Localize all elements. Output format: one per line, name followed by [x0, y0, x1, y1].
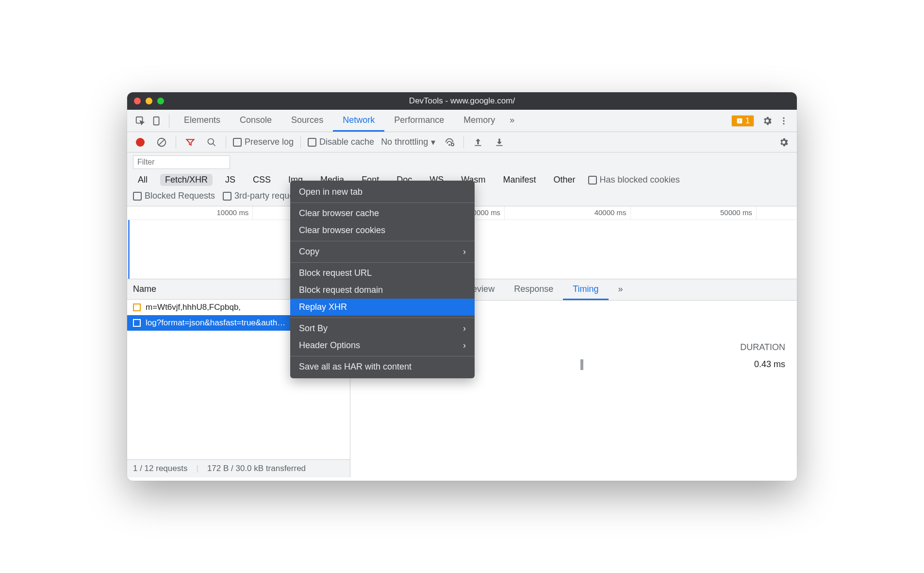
- timeline-tick: 10000 ms: [127, 206, 253, 219]
- filter-type-fetchxhr[interactable]: Fetch/XHR: [160, 174, 213, 186]
- chevron-right-icon: ›: [463, 323, 466, 334]
- clear-icon[interactable]: [154, 135, 169, 150]
- tab-network[interactable]: Network: [333, 110, 384, 132]
- has-blocked-cookies-checkbox[interactable]: Has blocked cookies: [588, 175, 680, 185]
- timeline-tick: 50000 ms: [631, 206, 757, 219]
- network-conditions-icon[interactable]: [442, 135, 457, 150]
- svg-rect-1: [154, 117, 159, 125]
- svg-rect-14: [496, 145, 503, 146]
- detail-tab-overflow[interactable]: »: [609, 279, 633, 300]
- chevron-down-icon: ▾: [431, 137, 435, 148]
- duration-label: DURATION: [740, 342, 785, 353]
- tab-performance[interactable]: Performance: [384, 110, 454, 132]
- devtools-window: DevTools - www.google.com/ Elements Cons…: [127, 92, 797, 481]
- menu-divider: [290, 262, 475, 263]
- filter-type-css[interactable]: CSS: [248, 174, 276, 186]
- svg-point-5: [783, 120, 784, 121]
- device-toggle-icon[interactable]: [149, 114, 164, 128]
- search-icon[interactable]: [204, 135, 219, 150]
- window-title: DevTools - www.google.com/: [127, 96, 797, 106]
- upload-icon[interactable]: [471, 135, 485, 150]
- timeline-tick: 40000 ms: [505, 206, 630, 219]
- request-count: 1 / 12 requests: [133, 464, 187, 473]
- queueing-bar: [580, 359, 583, 370]
- issues-badge[interactable]: ! 1: [731, 115, 754, 127]
- close-button[interactable]: [134, 98, 141, 104]
- throttling-dropdown[interactable]: No throttling ▾: [381, 137, 435, 148]
- xhr-icon: [133, 319, 141, 327]
- menu-item[interactable]: Copy›: [290, 243, 475, 260]
- svg-point-6: [783, 123, 784, 124]
- maximize-button[interactable]: [157, 98, 164, 104]
- tab-elements[interactable]: Elements: [174, 110, 230, 132]
- menu-item[interactable]: Clear browser cache: [290, 205, 475, 222]
- status-bar: 1 / 12 requests | 172 B / 30.0 kB transf…: [127, 459, 350, 477]
- svg-point-4: [783, 117, 784, 118]
- filter-type-all[interactable]: All: [133, 174, 152, 186]
- context-menu: Open in new tabClear browser cacheClear …: [290, 181, 475, 378]
- menu-item[interactable]: Replay XHR: [290, 299, 475, 316]
- inspect-icon[interactable]: [133, 114, 148, 128]
- queueing-duration: 0.43 ms: [754, 359, 785, 370]
- traffic-lights: [134, 98, 164, 104]
- panel-tabs: Elements Console Sources Network Perform…: [174, 110, 519, 132]
- filter-type-other[interactable]: Other: [549, 174, 580, 186]
- tab-sources[interactable]: Sources: [281, 110, 333, 132]
- menu-item[interactable]: Save all as HAR with content: [290, 358, 475, 375]
- svg-point-12: [451, 143, 454, 146]
- menu-item[interactable]: Open in new tab: [290, 184, 475, 201]
- menu-item[interactable]: Block request URL: [290, 265, 475, 282]
- svg-point-9: [208, 138, 214, 144]
- panel-tabs-bar: Elements Console Sources Network Perform…: [127, 110, 797, 132]
- svg-line-8: [159, 139, 165, 145]
- menu-divider: [290, 202, 475, 203]
- filter-input[interactable]: [133, 155, 230, 169]
- detail-tab-response[interactable]: Response: [504, 279, 563, 300]
- preserve-log-checkbox[interactable]: Preserve log: [233, 137, 294, 147]
- tab-memory[interactable]: Memory: [454, 110, 505, 132]
- download-icon[interactable]: [492, 135, 507, 150]
- timeline-marker: [128, 220, 130, 279]
- menu-item[interactable]: Clear browser cookies: [290, 222, 475, 239]
- menu-item[interactable]: Sort By›: [290, 320, 475, 337]
- svg-line-10: [213, 143, 215, 146]
- filter-type-js[interactable]: JS: [220, 174, 240, 186]
- settings-icon[interactable]: [760, 114, 775, 128]
- menu-item[interactable]: Block request domain: [290, 282, 475, 299]
- svg-point-11: [449, 144, 450, 145]
- tab-overflow[interactable]: »: [505, 110, 519, 132]
- chevron-right-icon: ›: [463, 340, 466, 351]
- minimize-button[interactable]: [146, 98, 152, 104]
- titlebar: DevTools - www.google.com/: [127, 92, 797, 110]
- chevron-right-icon: ›: [463, 247, 466, 257]
- menu-item[interactable]: Header Options›: [290, 337, 475, 354]
- network-settings-icon[interactable]: [776, 135, 791, 150]
- tab-console[interactable]: Console: [230, 110, 281, 132]
- disable-cache-checkbox[interactable]: Disable cache: [308, 137, 374, 147]
- script-icon: [133, 303, 141, 311]
- menu-divider: [290, 318, 475, 318]
- more-icon[interactable]: [776, 114, 791, 128]
- transferred-size: 172 B / 30.0 kB transferred: [207, 464, 306, 473]
- network-toolbar: Preserve log Disable cache No throttling…: [127, 132, 797, 152]
- menu-divider: [290, 241, 475, 241]
- record-button[interactable]: [133, 135, 148, 150]
- detail-tab-timing[interactable]: Timing: [563, 279, 608, 300]
- filter-type-manifest[interactable]: Manifest: [498, 174, 541, 186]
- menu-divider: [290, 356, 475, 356]
- svg-text:!: !: [739, 118, 741, 123]
- filter-icon[interactable]: [183, 135, 198, 150]
- svg-rect-13: [475, 145, 481, 146]
- blocked-requests-checkbox[interactable]: Blocked Requests: [133, 191, 215, 201]
